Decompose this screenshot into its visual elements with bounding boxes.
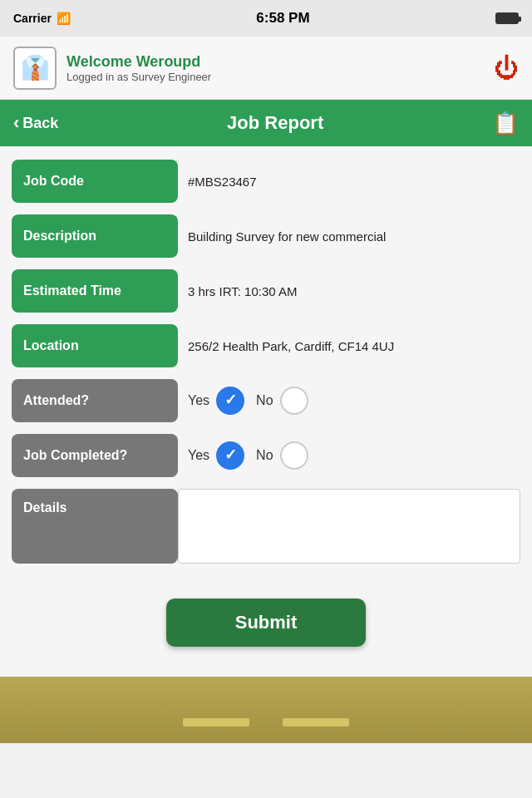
user-text: Welcome Weroupd Logged in as Survey Engi… bbox=[66, 53, 211, 83]
details-textarea[interactable] bbox=[178, 489, 520, 564]
attended-yes-option: Yes bbox=[188, 387, 244, 415]
job-completed-no-label: No bbox=[256, 446, 273, 465]
bottom-strip: Survey bbox=[0, 677, 532, 743]
job-completed-no-option: No bbox=[256, 441, 308, 470]
attended-options: Yes No bbox=[178, 387, 520, 415]
avatar-icon: 👔 bbox=[21, 54, 50, 81]
description-label: Description bbox=[12, 214, 178, 258]
details-row: Details bbox=[12, 489, 520, 564]
estimated-time-label: Estimated Time bbox=[12, 269, 178, 313]
power-button[interactable]: ⏻ bbox=[494, 54, 519, 82]
carrier-label: Carrier bbox=[13, 12, 52, 25]
job-code-value: #MBS23467 bbox=[178, 173, 520, 190]
user-role: Logged in as Survey Engineer bbox=[66, 71, 211, 83]
battery-area bbox=[495, 12, 519, 24]
status-bar: Carrier 📶 6:58 PM bbox=[0, 0, 532, 37]
submit-button[interactable]: Submit bbox=[166, 598, 366, 647]
details-label: Details bbox=[12, 489, 178, 564]
description-value: Building Survey for new commercial bbox=[178, 228, 520, 245]
location-row: Location 256/2 Health Park, Cardiff, CF1… bbox=[12, 324, 520, 367]
nav-bar: ‹ Back Job Report 📋 bbox=[0, 100, 532, 146]
job-completed-yes-label: Yes bbox=[188, 446, 209, 465]
user-name: Welcome Weroupd bbox=[66, 53, 211, 71]
job-completed-row: Job Completed? Yes No bbox=[12, 434, 520, 477]
form-area: Job Code #MBS23467 Description Building … bbox=[0, 146, 532, 677]
submit-area: Submit bbox=[12, 575, 520, 663]
attended-yes-radio[interactable] bbox=[216, 387, 244, 415]
attended-label: Attended? bbox=[12, 379, 178, 422]
user-info: 👔 Welcome Weroupd Logged in as Survey En… bbox=[13, 47, 211, 90]
job-completed-yes-radio[interactable] bbox=[216, 441, 244, 470]
description-row: Description Building Survey for new comm… bbox=[12, 214, 520, 258]
attended-no-radio[interactable] bbox=[280, 387, 308, 415]
attended-no-option: No bbox=[256, 387, 308, 415]
location-label: Location bbox=[12, 324, 178, 367]
job-completed-no-radio[interactable] bbox=[280, 441, 308, 470]
road-background bbox=[0, 677, 532, 743]
job-code-row: Job Code #MBS23467 bbox=[12, 160, 520, 203]
estimated-time-row: Estimated Time 3 hrs IRT: 10:30 AM bbox=[12, 269, 520, 313]
job-code-label: Job Code bbox=[12, 160, 178, 203]
chevron-left-icon: ‹ bbox=[13, 112, 19, 134]
attended-no-label: No bbox=[256, 392, 273, 410]
estimated-time-value: 3 hrs IRT: 10:30 AM bbox=[178, 283, 520, 300]
report-icon[interactable]: 📋 bbox=[492, 111, 519, 136]
avatar: 👔 bbox=[13, 47, 57, 90]
job-completed-label: Job Completed? bbox=[12, 434, 178, 477]
status-time: 6:58 PM bbox=[256, 10, 309, 27]
back-button[interactable]: ‹ Back bbox=[13, 112, 58, 134]
battery-icon bbox=[495, 12, 519, 24]
attended-yes-label: Yes bbox=[188, 392, 209, 410]
user-header: 👔 Welcome Weroupd Logged in as Survey En… bbox=[0, 37, 532, 100]
attended-row: Attended? Yes No bbox=[12, 379, 520, 422]
job-completed-yes-option: Yes bbox=[188, 441, 244, 470]
job-completed-options: Yes No bbox=[178, 441, 520, 470]
wifi-icon: 📶 bbox=[57, 12, 71, 25]
back-label: Back bbox=[22, 115, 58, 132]
location-value: 256/2 Health Park, Cardiff, CF14 4UJ bbox=[178, 337, 520, 355]
page-title: Job Report bbox=[227, 112, 323, 134]
